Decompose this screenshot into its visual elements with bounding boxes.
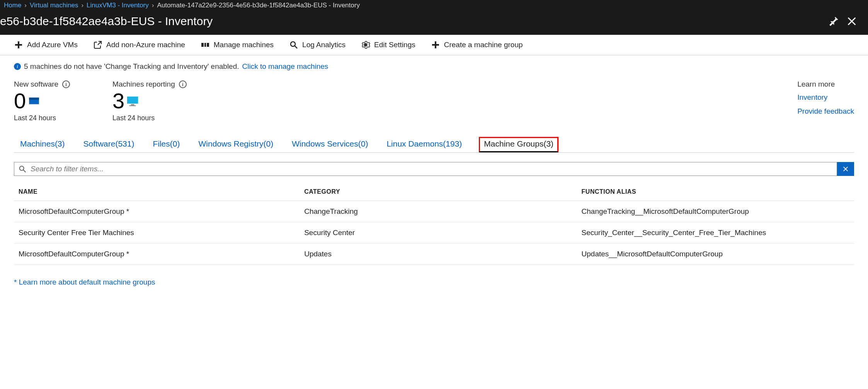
pin-icon[interactable]	[828, 16, 839, 27]
svg-point-3	[291, 42, 295, 46]
tab-linux-daemons[interactable]: Linux Daemons(193)	[385, 137, 463, 152]
tab-windows-registry[interactable]: Windows Registry(0)	[197, 137, 275, 152]
svg-rect-9	[129, 105, 136, 106]
button-label: Edit Settings	[374, 41, 415, 49]
breadcrumb-vm[interactable]: LinuxVM3 - Inventory	[87, 2, 149, 9]
cell-category: Updates	[300, 244, 577, 265]
manage-machines-button[interactable]: Manage machines	[201, 40, 274, 49]
close-icon[interactable]	[846, 16, 857, 27]
log-analytics-button[interactable]: Log Analytics	[289, 40, 345, 49]
learn-more-heading: Learn more	[797, 80, 854, 89]
button-label: Manage machines	[214, 41, 274, 49]
button-label: Add non-Azure machine	[106, 41, 185, 49]
stat-label: New software	[14, 80, 58, 89]
info-banner: i 5 machines do not have 'Change Trackin…	[0, 55, 868, 71]
close-icon	[842, 166, 849, 172]
svg-point-10	[20, 166, 24, 171]
button-label: Log Analytics	[302, 41, 345, 49]
tab-files[interactable]: Files(0)	[151, 137, 181, 152]
cell-alias: Security_Center__Security_Center_Free_Ti…	[577, 222, 854, 244]
col-category[interactable]: CATEGORY	[300, 183, 577, 201]
svg-rect-7	[127, 97, 138, 104]
col-name[interactable]: NAME	[14, 183, 300, 201]
svg-rect-8	[131, 104, 134, 106]
info-icon[interactable]: i	[179, 80, 187, 88]
page-title: e56-b3de-1f5842ae4a3b-EUS - Inventory	[0, 15, 828, 28]
stat-new-software: New software i 0 Last 24 hours	[14, 80, 70, 122]
cell-alias: Updates__MicrosoftDefaultComputerGroup	[577, 244, 854, 265]
software-icon	[27, 94, 41, 107]
breadcrumb-home[interactable]: Home	[4, 2, 21, 9]
info-icon: i	[14, 63, 21, 70]
toolbar: Add Azure VMs Add non-Azure machine Mana…	[0, 35, 868, 55]
button-label: Add Azure VMs	[27, 41, 78, 49]
chevron-right-icon: ›	[152, 2, 154, 9]
stat-sub: Last 24 hours	[112, 114, 187, 122]
cell-category: Security Center	[300, 222, 577, 244]
chevron-right-icon: ›	[24, 2, 27, 9]
tab-machine-groups[interactable]: Machine Groups(3)	[479, 137, 558, 152]
add-non-azure-machine-button[interactable]: Add non-Azure machine	[93, 40, 185, 49]
learn-more-panel: Learn more Inventory Provide feedback	[797, 80, 854, 121]
clear-search-button[interactable]	[837, 162, 854, 176]
search-box[interactable]	[14, 162, 837, 176]
chevron-right-icon: ›	[81, 2, 83, 9]
svg-point-4	[364, 44, 367, 46]
tab-machines[interactable]: Machines(3)	[19, 137, 66, 152]
svg-rect-6	[29, 98, 39, 100]
search-icon	[289, 40, 298, 49]
default-groups-link[interactable]: * Learn more about default machine group…	[14, 278, 155, 286]
stat-machines-reporting: Machines reporting i 3 Last 24 hours	[112, 80, 187, 122]
stat-label: Machines reporting	[112, 80, 175, 89]
tab-software[interactable]: Software(531)	[82, 137, 136, 152]
breadcrumb-vms[interactable]: Virtual machines	[30, 2, 78, 9]
stat-value: 3	[112, 90, 124, 112]
manage-machines-link[interactable]: Click to manage machines	[242, 62, 328, 71]
cell-category: ChangeTracking	[300, 201, 577, 222]
add-azure-vms-button[interactable]: Add Azure VMs	[14, 40, 78, 49]
gear-icon	[361, 40, 370, 49]
table-row[interactable]: MicrosoftDefaultComputerGroup * Updates …	[14, 244, 854, 265]
cell-name: Security Center Free Tier Machines	[14, 222, 300, 244]
stat-sub: Last 24 hours	[14, 114, 70, 122]
edit-settings-button[interactable]: Edit Settings	[361, 40, 415, 49]
button-label: Create a machine group	[444, 41, 523, 49]
plus-icon	[14, 40, 23, 49]
cell-alias: ChangeTracking__MicrosoftDefaultComputer…	[577, 201, 854, 222]
col-function-alias[interactable]: FUNCTION ALIAS	[577, 183, 854, 201]
info-text: 5 machines do not have 'Change Tracking …	[24, 62, 239, 71]
machines-icon	[201, 40, 210, 49]
cell-name: MicrosoftDefaultComputerGroup *	[14, 244, 300, 265]
stat-value: 0	[14, 90, 26, 112]
monitor-icon	[126, 94, 139, 107]
breadcrumb: Home › Virtual machines › LinuxVM3 - Inv…	[0, 0, 868, 11]
table-row[interactable]: Security Center Free Tier Machines Secur…	[14, 222, 854, 244]
machine-groups-table: NAME CATEGORY FUNCTION ALIAS MicrosoftDe…	[14, 183, 854, 265]
tab-windows-services[interactable]: Windows Services(0)	[290, 137, 369, 152]
feedback-link[interactable]: Provide feedback	[797, 107, 854, 116]
svg-rect-1	[204, 43, 206, 47]
search-input[interactable]	[31, 165, 833, 173]
plus-icon	[431, 40, 440, 49]
cell-name: MicrosoftDefaultComputerGroup *	[14, 201, 300, 222]
table-row[interactable]: MicrosoftDefaultComputerGroup * ChangeTr…	[14, 201, 854, 222]
info-icon[interactable]: i	[62, 80, 70, 88]
create-machine-group-button[interactable]: Create a machine group	[431, 40, 523, 49]
svg-rect-2	[207, 43, 209, 47]
inventory-link[interactable]: Inventory	[797, 93, 854, 102]
external-icon	[93, 40, 102, 49]
tabs: Machines(3) Software(531) Files(0) Windo…	[14, 137, 854, 153]
search-icon	[18, 165, 27, 173]
svg-rect-0	[201, 43, 204, 47]
breadcrumb-current: Automate-147a22e9-2356-4e56-b3de-1f5842a…	[157, 2, 360, 9]
